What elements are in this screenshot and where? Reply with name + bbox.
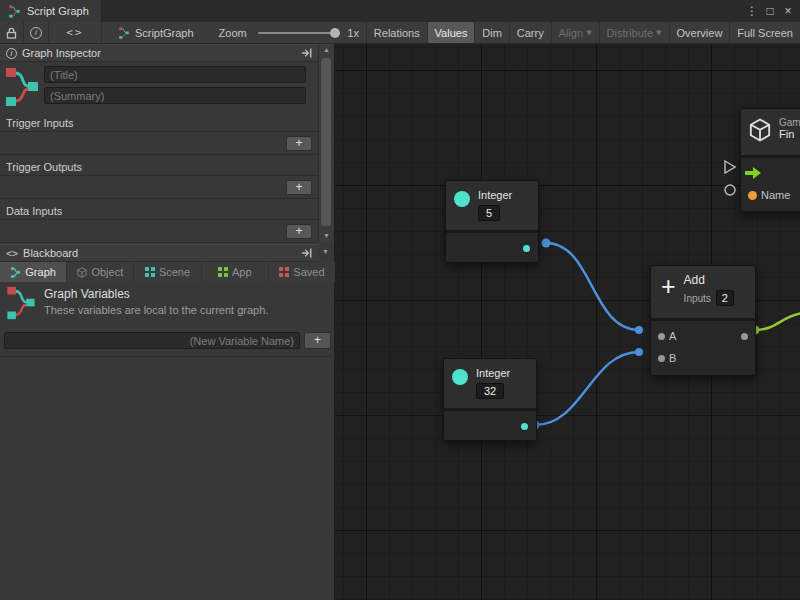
input-port-name[interactable] bbox=[748, 191, 757, 200]
wire-endpoint bbox=[542, 239, 551, 248]
flow-input-indicator-icon[interactable] bbox=[722, 159, 738, 175]
values-button[interactable]: Values bbox=[428, 22, 475, 43]
zoom-value: 1x bbox=[340, 22, 366, 43]
graph-variables-description: These variables are local to the current… bbox=[44, 304, 268, 316]
output-port[interactable] bbox=[741, 333, 748, 340]
tab-object[interactable]: Object bbox=[67, 262, 133, 282]
integer-value-field[interactable]: 32 bbox=[476, 383, 504, 399]
name-port-row: Name bbox=[741, 184, 800, 206]
script-graph-icon bbox=[8, 5, 21, 18]
node-title: Integer bbox=[478, 189, 512, 201]
fullscreen-button[interactable]: Full Screen bbox=[730, 22, 800, 43]
port-row-b: B bbox=[651, 347, 755, 369]
value-input-indicator-icon[interactable] bbox=[723, 183, 737, 197]
blackboard-title: Blackboard bbox=[23, 247, 78, 259]
section-trigger-outputs-label: Trigger Outputs bbox=[0, 158, 318, 176]
wire-endpoint bbox=[635, 326, 643, 334]
inputs-count-field[interactable]: 2 bbox=[716, 290, 734, 306]
scroll-down-icon[interactable]: ▼ bbox=[318, 246, 333, 258]
wire-endpoint bbox=[635, 348, 643, 356]
blackboard-header: <> Blackboard bbox=[0, 244, 319, 262]
graph-name-chip[interactable]: ScriptGraph bbox=[110, 22, 202, 43]
tab-graph[interactable]: Graph bbox=[0, 262, 66, 282]
node-add[interactable]: + Add Inputs 2 A bbox=[650, 265, 756, 376]
graph-summary-field[interactable] bbox=[44, 87, 306, 104]
scrollbar-thumb[interactable] bbox=[321, 58, 331, 226]
graph-inspector-title: Graph Inspector bbox=[22, 47, 101, 59]
port-label: Name bbox=[761, 189, 790, 201]
window-close-button[interactable]: × bbox=[780, 4, 796, 18]
window-title: Script Graph bbox=[27, 5, 89, 17]
add-trigger-output-button[interactable]: + bbox=[286, 180, 312, 195]
zoom-slider-knob[interactable] bbox=[330, 28, 340, 38]
add-data-input-button[interactable]: + bbox=[286, 224, 312, 239]
node-title: Integer bbox=[476, 367, 510, 379]
tab-app[interactable]: App bbox=[202, 262, 268, 282]
inputs-label: Inputs bbox=[684, 293, 711, 304]
chevron-down-icon: ▾ bbox=[656, 26, 662, 39]
overview-button[interactable]: Overview bbox=[670, 22, 730, 43]
data-inputs-list: + bbox=[0, 221, 318, 243]
graph-toolbar: i <> ScriptGraph Zoom 1x Relations Value… bbox=[0, 22, 800, 44]
align-button[interactable]: Align ▾ bbox=[552, 22, 599, 43]
inspector-scrollbar[interactable]: ▲ ▼ bbox=[318, 44, 333, 242]
node-integer-32[interactable]: Integer 32 bbox=[443, 358, 537, 441]
wire-int1-to-add-a[interactable] bbox=[546, 243, 639, 330]
info-icon: i bbox=[30, 27, 42, 39]
variables-icon: <> bbox=[6, 248, 18, 259]
tab-scene[interactable]: Scene bbox=[134, 262, 200, 282]
new-variable-input[interactable] bbox=[4, 332, 300, 349]
node-title: Add bbox=[684, 273, 734, 287]
flow-arrow-icon[interactable] bbox=[745, 167, 761, 179]
wire-int2-to-add-b[interactable] bbox=[535, 352, 639, 425]
saved-scope-icon bbox=[279, 267, 289, 277]
dock-icon[interactable] bbox=[302, 248, 313, 258]
node-integer-5[interactable]: Integer 5 bbox=[445, 180, 539, 263]
section-data-inputs-label: Data Inputs bbox=[0, 202, 318, 220]
window-maximize-button[interactable]: □ bbox=[762, 4, 778, 18]
graph-variables-icon bbox=[6, 286, 36, 320]
integer-type-icon bbox=[454, 191, 470, 207]
input-port-a[interactable] bbox=[658, 333, 665, 340]
app-scope-icon bbox=[218, 267, 228, 277]
add-icon: + bbox=[661, 273, 676, 311]
dim-button[interactable]: Dim bbox=[475, 22, 509, 43]
graph-canvas[interactable]: Integer 5 Integer 32 bbox=[335, 44, 800, 600]
window-tab-script-graph[interactable]: Script Graph bbox=[0, 0, 102, 22]
dock-icon[interactable] bbox=[302, 48, 313, 58]
node-gameobject-find[interactable]: Gam Fin Name bbox=[740, 108, 800, 212]
info-button[interactable]: i bbox=[24, 22, 48, 43]
scroll-down-icon[interactable]: ▼ bbox=[319, 230, 334, 242]
gameobject-cube-icon bbox=[749, 118, 771, 142]
add-variable-button[interactable]: + bbox=[304, 332, 331, 349]
lock-icon bbox=[6, 27, 17, 39]
graph-variables-title: Graph Variables bbox=[44, 287, 130, 301]
info-icon: i bbox=[6, 48, 17, 59]
chevron-down-icon: ▾ bbox=[586, 26, 592, 39]
window-menu-button[interactable]: ⋮ bbox=[744, 4, 760, 18]
trigger-outputs-list: + bbox=[0, 177, 318, 199]
wire-add-output[interactable] bbox=[755, 313, 800, 330]
tab-saved[interactable]: Saved bbox=[269, 262, 335, 282]
trigger-inputs-list: + bbox=[0, 133, 318, 155]
scroll-up-icon[interactable]: ▲ bbox=[319, 44, 334, 56]
carry-button[interactable]: Carry bbox=[510, 22, 551, 43]
distribute-button[interactable]: Distribute ▾ bbox=[600, 22, 669, 43]
output-port[interactable] bbox=[521, 423, 528, 430]
integer-value-field[interactable]: 5 bbox=[478, 205, 500, 221]
scene-scope-icon bbox=[145, 267, 155, 277]
add-trigger-input-button[interactable]: + bbox=[286, 136, 312, 151]
window-controls: ⋮ □ × bbox=[744, 0, 796, 22]
relations-button[interactable]: Relations bbox=[367, 22, 427, 43]
sidebar: i Graph Inspector Trigger Inputs bbox=[0, 44, 335, 600]
lock-button[interactable] bbox=[0, 22, 23, 43]
edit-graph-button[interactable]: <> bbox=[49, 22, 101, 43]
port-row-a: A bbox=[651, 325, 755, 347]
input-port-b[interactable] bbox=[658, 355, 665, 362]
node-title: Fin bbox=[779, 128, 800, 140]
graph-name: ScriptGraph bbox=[135, 27, 194, 39]
zoom-slider[interactable] bbox=[258, 32, 337, 34]
output-port[interactable] bbox=[523, 245, 530, 252]
graph-title-field[interactable] bbox=[44, 66, 306, 83]
code-icon: <> bbox=[66, 26, 83, 39]
